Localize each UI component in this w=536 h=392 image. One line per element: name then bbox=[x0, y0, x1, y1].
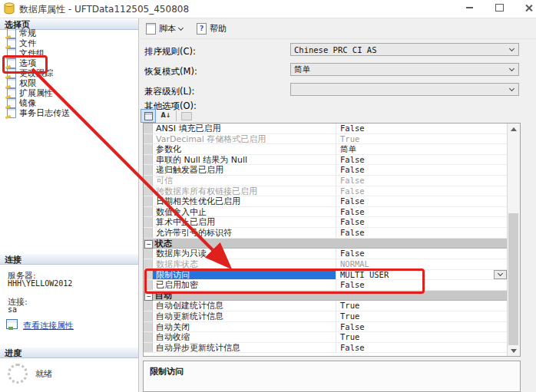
property-name: 允许带引号的标识符 bbox=[153, 228, 336, 238]
grid-row[interactable]: 数据库状态NORMAL bbox=[144, 259, 507, 270]
property-value: False bbox=[336, 228, 507, 238]
maximize-button[interactable] bbox=[491, 1, 508, 15]
chevron-down-icon bbox=[509, 66, 514, 71]
sort-az-icon: A↓ bbox=[161, 113, 171, 119]
grid-row[interactable]: 数据库为只读False bbox=[144, 249, 507, 259]
grid-row[interactable]: 数值舍入中止False bbox=[144, 207, 507, 218]
collation-combobox[interactable]: Chinese_PRC_CI_AS bbox=[290, 43, 519, 56]
grid-row[interactable]: 参数化简单 bbox=[144, 144, 507, 155]
categorized-button[interactable] bbox=[141, 109, 156, 123]
chevron-down-icon bbox=[178, 25, 184, 30]
value-dropdown-button[interactable] bbox=[494, 270, 507, 280]
grid-row[interactable]: 限制访问MULTI_USER bbox=[144, 270, 507, 281]
progress-panel: 就绪 bbox=[0, 358, 138, 392]
grid-section-header[interactable]: −自动 bbox=[144, 291, 507, 301]
property-value: True bbox=[336, 311, 507, 321]
grid-row[interactable]: VarDecimal 存储格式已启用True bbox=[144, 134, 507, 145]
property-name: 自动更新统计信息 bbox=[153, 311, 336, 321]
grid-row[interactable]: 串联的 Null 结果为 NullFalse bbox=[144, 155, 507, 166]
progress-status: 就绪 bbox=[35, 368, 52, 380]
titlebar: 数据库属性 - UFTData112505_450808 bbox=[0, 0, 536, 18]
row-indent bbox=[144, 176, 153, 186]
compatibility-level-combobox[interactable] bbox=[290, 83, 519, 96]
description-panel: 限制访问 bbox=[143, 361, 521, 392]
scroll-down-button[interactable] bbox=[508, 345, 519, 356]
property-value: True bbox=[336, 301, 507, 311]
row-indent bbox=[144, 311, 153, 321]
row-indent bbox=[144, 228, 153, 238]
grid-row[interactable]: ANSI 填充已启用False bbox=[144, 124, 507, 134]
row-indent bbox=[144, 332, 153, 342]
row-indent bbox=[144, 144, 153, 154]
collation-value: Chinese_PRC_CI_AS bbox=[294, 45, 510, 54]
property-value: False bbox=[336, 207, 507, 217]
property-value: False bbox=[336, 186, 507, 196]
property-name: 递归触发器已启用 bbox=[153, 165, 336, 175]
page-icon bbox=[7, 58, 16, 68]
property-value: MULTI_USER bbox=[336, 270, 507, 280]
grid-row[interactable]: 日期相关性优化已启用False bbox=[144, 196, 507, 207]
grid-row[interactable]: 自动更新统计信息True bbox=[144, 311, 507, 322]
grid-row[interactable]: 自动创建统计信息True bbox=[144, 301, 507, 311]
sidebar-item-label: 事务日志传送 bbox=[19, 107, 70, 119]
scroll-up-button[interactable] bbox=[508, 124, 519, 134]
grid-toolbar: A↓ bbox=[141, 109, 194, 123]
grid-row[interactable]: 跨数据库所有权链接已启用False bbox=[144, 186, 507, 197]
page-icon bbox=[7, 28, 16, 38]
row-indent bbox=[144, 259, 153, 269]
property-name: 自动创建统计信息 bbox=[153, 301, 336, 311]
script-button[interactable]: 脚本 bbox=[143, 21, 186, 36]
page-icon bbox=[7, 98, 16, 108]
grid-section-header[interactable]: −状态 bbox=[144, 239, 507, 249]
property-grid: ANSI 填充已启用FalseVarDecimal 存储格式已启用True参数化… bbox=[143, 123, 521, 357]
row-indent bbox=[144, 217, 153, 227]
section-label: 自动 bbox=[155, 291, 172, 301]
connection-panel: 服务器: HHH\YELLOW2012 连接: sa 查看连接属性 bbox=[0, 265, 138, 358]
description-title: 限制访问 bbox=[150, 367, 184, 377]
property-pages-button[interactable] bbox=[179, 109, 194, 123]
row-indent bbox=[144, 134, 153, 144]
grid-row[interactable]: 自动收缩True bbox=[144, 332, 507, 343]
page-icon bbox=[7, 88, 16, 98]
toolbar-separator bbox=[176, 110, 177, 121]
close-button[interactable] bbox=[520, 1, 536, 15]
page-list: 常规文件文件组选项更改跟踪权限扩展属性镜像事务日志传送 bbox=[0, 28, 138, 118]
scrollbar-thumb[interactable] bbox=[508, 213, 518, 345]
help-button[interactable]: ? 帮助 bbox=[194, 21, 230, 36]
grid-row[interactable]: 已启用加密False bbox=[144, 280, 507, 291]
property-name: 串联的 Null 结果为 Null bbox=[153, 155, 336, 165]
grid-row[interactable]: 自动关闭False bbox=[144, 322, 507, 333]
grid-row[interactable]: 自动异步更新统计信息False bbox=[144, 343, 507, 354]
window-title: 数据库属性 - UFTData112505_450808 bbox=[19, 3, 189, 16]
row-indent bbox=[144, 196, 153, 206]
page-icon bbox=[7, 108, 16, 118]
property-value: False bbox=[336, 155, 507, 165]
sidebar-item-log-shipping[interactable]: 事务日志传送 bbox=[0, 108, 138, 118]
maximize-icon bbox=[495, 4, 504, 12]
database-icon bbox=[4, 2, 15, 17]
page-icon bbox=[7, 78, 16, 88]
property-name: 参数化 bbox=[153, 144, 336, 154]
grid-row[interactable]: 递归触发器已启用False bbox=[144, 165, 507, 176]
property-name: VarDecimal 存储格式已启用 bbox=[153, 134, 336, 144]
server-value: HHH\YELLOW2012 bbox=[8, 279, 72, 288]
grid-row[interactable]: 可信False bbox=[144, 176, 507, 186]
recovery-model-combobox[interactable]: 简单 bbox=[290, 63, 519, 76]
recovery-model-value: 简单 bbox=[294, 64, 510, 75]
connection-header: 连接 bbox=[0, 253, 138, 265]
connection-value: sa bbox=[8, 305, 17, 314]
connection-properties-icon bbox=[6, 319, 18, 331]
grid-scrollbar[interactable] bbox=[507, 124, 520, 356]
collapse-icon[interactable]: − bbox=[144, 240, 153, 249]
grid-row[interactable]: 允许带引号的标识符False bbox=[144, 228, 507, 239]
view-connection-properties-link[interactable]: 查看连接属性 bbox=[23, 320, 74, 331]
progress-header: 进度 bbox=[0, 347, 138, 358]
row-indent bbox=[144, 207, 153, 217]
property-value: False bbox=[336, 176, 507, 186]
grid-row[interactable]: 算术中止已启用False bbox=[144, 217, 507, 228]
collapse-icon[interactable]: − bbox=[144, 292, 153, 301]
sort-alphabetical-button[interactable]: A↓ bbox=[158, 109, 174, 123]
help-button-label: 帮助 bbox=[210, 23, 227, 35]
minimize-button[interactable] bbox=[461, 1, 478, 15]
section-label: 状态 bbox=[155, 239, 172, 249]
